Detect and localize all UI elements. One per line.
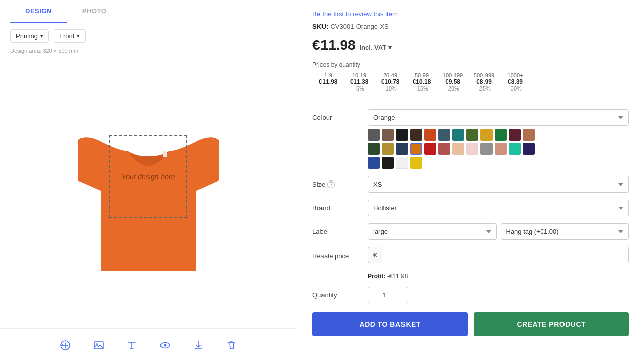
resale-prefix: € xyxy=(368,247,382,263)
resale-price-row: Resale price € xyxy=(312,247,629,265)
brand-select[interactable]: Hollister Gildan xyxy=(368,200,629,216)
price-value: €11.98 xyxy=(312,37,356,53)
label-row: Label large medium small none Hang tag (… xyxy=(312,223,629,240)
resale-price-input[interactable] xyxy=(382,247,629,263)
swatch-yellow[interactable] xyxy=(410,157,422,169)
swatch-teal-dark[interactable] xyxy=(452,129,464,141)
sku-line: SKU: CV3001-Orange-XS xyxy=(312,23,629,30)
tab-photo[interactable]: PHOTO xyxy=(67,0,122,23)
profit-value: -€11.98 xyxy=(387,273,408,280)
toolbar xyxy=(0,328,297,362)
design-drop-zone[interactable]: Your design here xyxy=(109,135,187,218)
size-row: Size ? XS S M L XL xyxy=(312,176,629,193)
qty-col-4: 100-499 €9.58 -20% xyxy=(437,72,468,92)
swatch-grey-dark[interactable] xyxy=(368,129,380,141)
text-icon[interactable] xyxy=(123,336,141,354)
qty-col-1: 10-19 €11.38 -5% xyxy=(344,72,375,92)
brand-row: Brand Hollister Gildan xyxy=(312,200,629,216)
swatch-turquoise[interactable] xyxy=(509,143,521,155)
create-product-button[interactable]: CREATE PRODUCT xyxy=(474,312,629,336)
svg-point-2 xyxy=(61,344,63,346)
download-icon[interactable] xyxy=(189,336,207,354)
right-panel: Be the first to review this item SKU: CV… xyxy=(297,0,644,362)
prices-by-qty-title: Prices by quantity xyxy=(312,61,629,68)
colour-swatches xyxy=(368,129,629,169)
delete-icon[interactable] xyxy=(222,336,240,354)
qty-col-5: 500-999 €8.99 -25% xyxy=(468,72,500,92)
swatch-red[interactable] xyxy=(424,143,436,155)
colour-label: Colour xyxy=(312,114,363,121)
swatch-peach[interactable] xyxy=(452,143,464,155)
swatch-olive[interactable] xyxy=(466,129,478,141)
swatch-black[interactable] xyxy=(396,129,408,141)
review-link[interactable]: Be the first to review this item xyxy=(312,10,629,18)
profit-line: Profit: -€11.98 xyxy=(368,273,629,280)
qty-col-3: 50-99 €10.18 -15% xyxy=(406,72,437,92)
front-dropdown[interactable]: Front xyxy=(54,29,86,43)
svg-point-6 xyxy=(164,344,167,347)
swatch-black-2[interactable] xyxy=(382,157,394,169)
swatch-pink-light[interactable] xyxy=(466,143,478,155)
swatch-dusty-rose[interactable] xyxy=(438,143,450,155)
svg-rect-3 xyxy=(94,342,103,349)
quantity-input[interactable] xyxy=(368,287,408,303)
size-help-icon[interactable]: ? xyxy=(327,180,335,188)
add-to-basket-button[interactable]: ADD TO BASKET xyxy=(312,312,468,336)
colour-row: Colour Orange Black White Navy xyxy=(312,109,629,126)
tshirt-preview: Your design here xyxy=(0,58,297,328)
brand-label: Brand xyxy=(312,204,363,212)
swatch-brown[interactable] xyxy=(382,129,394,141)
action-buttons: ADD TO BASKET CREATE PRODUCT xyxy=(312,312,629,336)
qty-table: 1-9 €11.98 10-19 €11.38 -5% 20-49 €10.78… xyxy=(312,72,629,92)
quantity-label: Quantity xyxy=(312,291,363,299)
swatch-salmon[interactable] xyxy=(495,143,507,155)
resale-price-label: Resale price xyxy=(312,252,363,260)
swatch-mustard[interactable] xyxy=(382,143,394,155)
divider-1 xyxy=(312,102,629,102)
swatch-orange-red[interactable] xyxy=(424,129,436,141)
qty-col-6: 1000+ €8.39 -30% xyxy=(500,72,531,92)
size-select[interactable]: XS S M L XL xyxy=(368,176,629,193)
qty-col-0: 1-9 €11.98 xyxy=(312,72,344,92)
swatch-blue[interactable] xyxy=(368,157,380,169)
swatch-slate[interactable] xyxy=(438,129,450,141)
swatch-grey[interactable] xyxy=(480,143,493,155)
swatch-row-3 xyxy=(368,157,629,169)
swatch-row-2 xyxy=(368,143,629,155)
size-label: Size ? xyxy=(312,180,363,188)
vat-chevron-icon: ▾ xyxy=(388,44,392,51)
design-placeholder-text: Your design here xyxy=(122,173,175,181)
design-area-label: Design area: 320 × 500 mm xyxy=(0,46,297,58)
vat-badge[interactable]: incl. VAT ▾ xyxy=(359,44,392,51)
preview-icon[interactable] xyxy=(156,336,174,354)
qty-col-2: 20-49 €10.78 -10% xyxy=(375,72,406,92)
swatch-white[interactable] xyxy=(396,157,408,169)
add-shape-icon[interactable] xyxy=(56,336,74,354)
quantity-row: Quantity xyxy=(312,287,629,303)
design-controls: Printing Front xyxy=(0,23,297,46)
swatch-navy[interactable] xyxy=(396,143,408,155)
swatch-dark-brown[interactable] xyxy=(410,129,422,141)
tab-design[interactable]: DESIGN xyxy=(10,0,67,23)
sku-value: CV3001-Orange-XS xyxy=(330,23,388,30)
prices-by-qty-section: Prices by quantity 1-9 €11.98 10-19 €11.… xyxy=(312,61,629,92)
swatch-orange[interactable] xyxy=(410,143,422,155)
swatch-maroon[interactable] xyxy=(509,129,521,141)
swatch-tan[interactable] xyxy=(523,129,535,141)
label-type-select[interactable]: Hang tag (+€1.00) Standard label No labe… xyxy=(501,223,629,240)
swatch-green[interactable] xyxy=(495,129,507,141)
tab-bar: DESIGN PHOTO xyxy=(0,0,297,23)
label-label: Label xyxy=(312,228,363,235)
swatch-dark-green[interactable] xyxy=(368,143,380,155)
profit-label: Profit: xyxy=(368,273,385,280)
swatch-gold[interactable] xyxy=(480,129,493,141)
colour-select[interactable]: Orange Black White Navy xyxy=(368,109,629,126)
sku-label: SKU: xyxy=(312,23,329,30)
image-icon[interactable] xyxy=(90,336,108,354)
swatch-purple-dark[interactable] xyxy=(523,143,535,155)
price-main: €11.98 incl. VAT ▾ xyxy=(312,37,629,53)
vat-label: incl. VAT xyxy=(359,44,386,51)
printing-dropdown[interactable]: Printing xyxy=(10,29,49,43)
label-size-select[interactable]: large medium small none xyxy=(368,223,497,240)
swatch-row-1 xyxy=(368,129,629,141)
